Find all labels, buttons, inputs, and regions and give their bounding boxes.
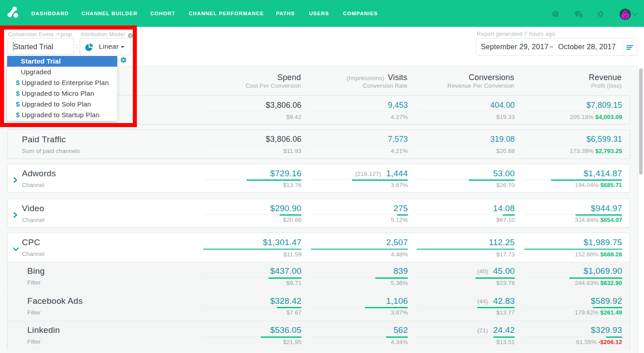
svg-text:?: ? — [554, 11, 557, 17]
